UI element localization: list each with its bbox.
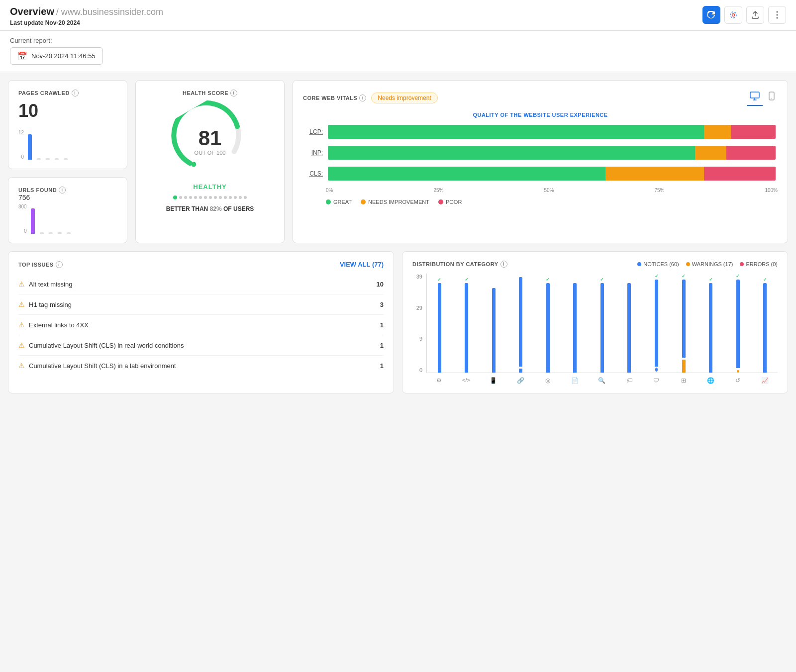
health-score-card: HEALTH SCORE i 81 OUT OF 100 [135, 80, 285, 243]
health-score-title: HEALTH SCORE i [146, 90, 274, 96]
inp-great-segment [328, 146, 695, 160]
svg-point-0 [732, 14, 735, 16]
axis-0: 0% [326, 188, 333, 193]
dist-bar-12-notices [736, 280, 740, 368]
vital-label-inp: INP: [305, 149, 323, 156]
gauge-track [146, 195, 274, 199]
left-column: PAGES CRAWLED i 10 12 0 [8, 80, 127, 243]
top-issues-header: TOP ISSUES i VIEW ALL (77) [18, 261, 384, 268]
y-0: 0 [412, 367, 422, 373]
cwv-title: CORE WEB VITALS i [303, 95, 366, 101]
header-date: Last update Nov-20 2024 [10, 19, 163, 26]
urls-chart-bars [31, 204, 71, 234]
check-12: ✓ [736, 274, 740, 279]
issue-count-3: 1 [380, 321, 384, 329]
dist-col-10: ✓ [671, 274, 696, 373]
check-11: ✓ [709, 277, 713, 282]
cwv-header: CORE WEB VITALS i Needs improvement [303, 90, 778, 106]
inp-needs-segment [695, 146, 726, 160]
dist-col-3 [481, 274, 506, 373]
legend-great-label: GREAT [333, 199, 352, 205]
dist-bar-10-warnings [682, 360, 686, 373]
desktop-button[interactable] [747, 90, 763, 106]
dist-icon-row: ⚙ </> 📱 🔗 ◎ 📄 🔍 🏷 🛡 ⊞ 🌐 ↺ 📈 [426, 377, 778, 384]
refresh-button[interactable] [702, 6, 720, 24]
check-10: ✓ [682, 274, 686, 279]
issue-count-1: 10 [377, 281, 384, 288]
report-label: Current report: [10, 37, 786, 44]
pages-crawled-title: PAGES CRAWLED i [18, 90, 117, 96]
dist-bar-4-notices [519, 277, 522, 367]
health-score-number: 81 OUT OF 100 [195, 128, 226, 156]
pages-crawled-card: PAGES CRAWLED i 10 12 0 [8, 80, 127, 169]
distribution-info-icon[interactable]: i [500, 261, 507, 268]
check-9: ✓ [655, 274, 659, 279]
issue-row-5: ⚠ Cumulative Layout Shift (CLS) in a lab… [18, 356, 384, 376]
dist-legend-errors-label: ERRORS (0) [746, 261, 778, 267]
svg-point-2 [777, 11, 778, 13]
legend-great-dot [326, 199, 331, 204]
warning-icon-4: ⚠ [18, 341, 25, 349]
dist-bar-12-warning-dot [737, 370, 739, 373]
lcp-great-segment [328, 125, 704, 139]
issue-count-5: 1 [380, 362, 384, 370]
track-dot-13 [239, 196, 242, 199]
issue-text-1: Alt text missing [29, 281, 72, 288]
vital-row-inp: INP: [305, 146, 776, 160]
legend-poor: POOR [438, 199, 462, 205]
legend-needs-dot [361, 199, 366, 204]
dist-bar-13-notices [763, 283, 767, 373]
dist-col-12: ✓ [725, 274, 751, 373]
dist-legend-notices-label: NOTICES (60) [643, 261, 679, 267]
dist-bar-10-notices [682, 280, 686, 358]
pages-bar-2 [37, 158, 41, 160]
legend-great: GREAT [326, 199, 352, 205]
issue-row-1: ⚠ Alt text missing 10 [18, 274, 384, 294]
header-actions [702, 6, 786, 24]
vital-label-cls: CLS: [305, 170, 323, 177]
dist-icon-11: 🌐 [698, 377, 723, 384]
track-dot-3 [189, 196, 192, 199]
top-issues-card: TOP ISSUES i VIEW ALL (77) ⚠ Alt text mi… [8, 251, 394, 393]
svg-point-4 [777, 17, 778, 19]
pages-bar-4 [55, 158, 59, 160]
issues-list: ⚠ Alt text missing 10 ⚠ H1 tag missing 3… [18, 274, 384, 376]
top-row: PAGES CRAWLED i 10 12 0 [8, 80, 788, 243]
svg-point-10 [771, 98, 772, 99]
urls-bar-2 [40, 232, 44, 234]
dist-col-13: ✓ [752, 274, 778, 373]
dist-bar-9-dot [655, 368, 658, 372]
settings-button[interactable] [724, 6, 742, 24]
view-all-link[interactable]: VIEW ALL (77) [340, 261, 384, 268]
dist-icon-13: 📈 [752, 377, 778, 384]
dist-icon-5: ◎ [535, 377, 560, 384]
axis-50: 50% [544, 188, 554, 193]
dist-bar-3-notices [492, 288, 496, 353]
cwv-info-icon[interactable]: i [359, 95, 366, 101]
issue-left-3: ⚠ External links to 4XX [18, 321, 89, 329]
dist-col-2: ✓ [454, 274, 480, 373]
more-button[interactable] [768, 6, 786, 24]
issue-text-3: External links to 4XX [29, 321, 89, 329]
cwv-title-area: CORE WEB VITALS i Needs improvement [303, 93, 438, 103]
check-13: ✓ [763, 277, 767, 282]
issue-left-5: ⚠ Cumulative Layout Shift (CLS) in a lab… [18, 362, 176, 370]
urls-bar-3 [49, 232, 53, 234]
inp-poor-segment [726, 146, 776, 160]
dist-icon-9: 🛡 [644, 377, 669, 384]
mobile-button[interactable] [766, 90, 778, 106]
legend-poor-dot [438, 199, 443, 204]
export-button[interactable] [746, 6, 764, 24]
pages-crawled-info-icon[interactable]: i [72, 90, 79, 96]
vital-bar-cls [328, 167, 776, 181]
check-1: ✓ [437, 277, 441, 282]
top-issues-info-icon[interactable]: i [56, 261, 63, 268]
urls-found-info-icon[interactable]: i [59, 187, 66, 193]
y-9: 9 [412, 336, 422, 342]
cwv-badge: Needs improvement [371, 93, 437, 103]
dist-dot-errors [740, 262, 744, 266]
dist-chart-columns: ✓ ✓ [426, 274, 778, 384]
dist-col-1: ✓ [427, 274, 452, 373]
report-date-button[interactable]: 📅 Nov-20 2024 11:46:55 [10, 47, 103, 65]
dist-bars-area: ✓ ✓ [426, 274, 778, 373]
